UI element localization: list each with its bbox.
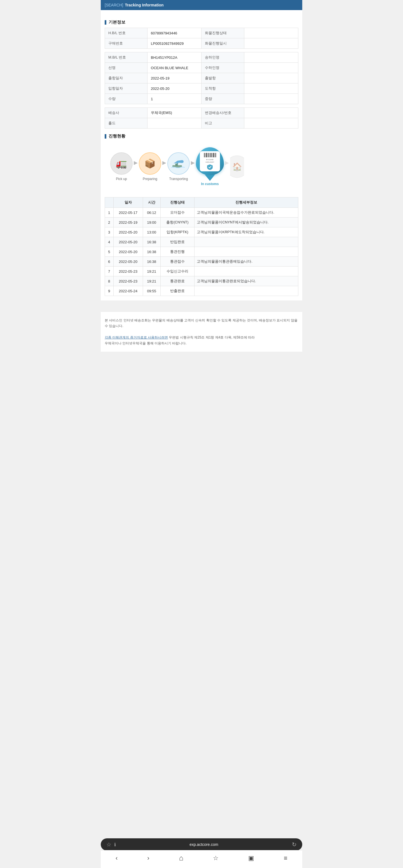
col-detail: 진행세부정보 (195, 197, 298, 208)
col-date: 일자 (113, 197, 143, 208)
search-label: [SEARCH] (105, 3, 123, 7)
progress-tracker: 🚛 Pick up ▶ 📦 Preparing ▶ (105, 142, 298, 194)
table-row: 선명 OCEAN BLUE WHALE 수하인명 (105, 63, 298, 73)
section-basic-info: 기본정보 (105, 20, 298, 25)
row-detail: 고객님의물품이통관중에있습니다. (195, 257, 298, 267)
row-status: 오더접수 (160, 208, 195, 218)
row-detail: 고객님의물품이통관완료되었습니다. (195, 276, 298, 286)
row-no: 6 (105, 257, 113, 267)
row-time: 19:00 (143, 218, 161, 227)
step-incustoms-container: B-CDAB 1001A007 (196, 147, 224, 181)
mbl-value: BH1451YP012A (147, 52, 201, 63)
order-no-value: LP00510927849929 (147, 38, 201, 49)
footer-link[interactable]: 각종 이해관계의 증거자료로 사용하시려면 (105, 335, 168, 339)
hbl-label: H.B/L 번호 (105, 28, 147, 38)
row-detail: 고객님의물품이CNYNT에서발송되었습니다. (195, 218, 298, 227)
row-status: 출항(CNYNT) (160, 218, 195, 227)
row-detail (195, 286, 298, 296)
row-time: 09:55 (143, 286, 161, 296)
row-time: 16:38 (143, 257, 161, 267)
row-no: 5 (105, 247, 113, 257)
row-date: 2022-05-20 (113, 237, 143, 247)
arrival-date-label: 입항일자 (105, 84, 147, 94)
arrow-1: ▶ (134, 160, 138, 166)
row-detail (195, 237, 298, 247)
hold-label: 홀드 (105, 118, 147, 128)
step-pickup-circle: 🚛 (110, 152, 133, 175)
page-title: Tracking Information (125, 3, 163, 7)
qty-label: 수량 (105, 94, 147, 104)
row-time: 19:21 (143, 276, 161, 286)
table-row: 4 2022-05-20 16:38 반입완료 (105, 237, 298, 247)
origin-port-value (244, 73, 298, 84)
shipper-value (244, 52, 298, 63)
table-row: 7 2022-05-23 19:21 수입신고수리 (105, 267, 298, 276)
row-date: 2022-05-19 (113, 218, 143, 227)
step-delivered-circle: 🏠 (230, 155, 244, 178)
row-time: 16:38 (143, 247, 161, 257)
progress-steps-container: 🚛 Pick up ▶ 📦 Preparing ▶ (105, 145, 298, 189)
row-no: 4 (105, 237, 113, 247)
basic-table-3: 배송사 우체국(EMS) 변경배송사/번호 홀드 비고 (105, 107, 298, 128)
row-time: 19:21 (143, 267, 161, 276)
row-status: 통관완료 (160, 276, 195, 286)
row-no: 1 (105, 208, 113, 218)
step-delivered: 🏠 (230, 155, 244, 178)
step-incustoms-inner: B-CDAB 1001A007 (200, 151, 220, 172)
row-detail (195, 247, 298, 257)
footer-line-2-suffix: 우편법 시행규칙 제25조 제1항 제4호 다목, 제59조에 따라 (169, 335, 255, 339)
table-row: H.B/L 번호 6078997943446 화물진행상태 (105, 28, 298, 38)
basic-info-label: 기본정보 (109, 20, 125, 25)
top-bar: [SEARCH] Tracking Information (101, 0, 302, 10)
row-detail: 고객님의물품이국제운송접수가완료되었습니다. (195, 208, 298, 218)
vessel-label: 선명 (105, 63, 147, 73)
tracking-table: 일자 시간 진행상태 진행세부정보 1 2022-05-17 06:12 오더접… (105, 197, 298, 296)
step-incustoms-body: B-CDAB 1001A007 (196, 147, 224, 175)
row-date: 2022-05-20 (113, 247, 143, 257)
carrier-value: 우체국(EMS) (147, 108, 201, 118)
barcode-text-2: 1001A007 (205, 161, 214, 163)
table-row: 구매번호 LP00510927849929 화물진행일시 (105, 38, 298, 49)
table-row: 5 2022-05-20 16:38 통관진행 (105, 247, 298, 257)
row-no: 9 (105, 286, 113, 296)
row-status: 반입완료 (160, 237, 195, 247)
footer-line-2-3: 각종 이해관계의 증거자료로 사용하시려면 우편법 시행규칙 제25조 제1항 … (105, 335, 298, 346)
hbl-value: 6078997943446 (147, 28, 201, 38)
cargo-status-value (244, 28, 298, 38)
row-date: 2022-05-20 (113, 257, 143, 267)
arrow-4: ▶ (225, 160, 229, 166)
order-no-label: 구매번호 (105, 38, 147, 49)
row-date: 2022-05-20 (113, 227, 143, 237)
col-time: 시간 (143, 197, 161, 208)
row-no: 8 (105, 276, 113, 286)
origin-port-label: 출발항 (201, 73, 244, 84)
table-row: 배송사 우체국(EMS) 변경배송사/번호 (105, 108, 298, 118)
vessel-value: OCEAN BLUE WHALE (147, 63, 201, 73)
row-status: 통관진행 (160, 247, 195, 257)
svg-rect-1 (175, 163, 178, 166)
barcode-text-1: B-CDAB (206, 159, 213, 160)
footer-notice: 본 서비스인 인터넷 배송조회는 우편물의 배송상태를 고객이 신속히 확인할 … (101, 312, 302, 352)
step-incustoms-label: In customs (201, 182, 219, 186)
row-detail: 고객님의물품이KRPTK에도착되었습니다. (195, 227, 298, 237)
row-no: 3 (105, 227, 113, 237)
col-status: 진행상태 (160, 197, 195, 208)
shield-icon (206, 164, 213, 170)
arrow-3: ▶ (191, 160, 195, 166)
row-date: 2022-05-17 (113, 208, 143, 218)
note-value (244, 118, 298, 128)
step-preparing-circle: 📦 (139, 152, 161, 175)
table-row: 6 2022-05-20 16:38 통관접수 고객님의물품이통관중에있습니다. (105, 257, 298, 267)
step-pickup: 🚛 Pick up (110, 152, 133, 181)
row-no: 2 (105, 218, 113, 227)
footer-line-3: 우체국이나 인터넷우체국을 통해 이용하시기 바랍니다. (105, 341, 187, 345)
consignee-value (244, 63, 298, 73)
table-row: 3 2022-05-20 13:00 입항(KRPTK) 고객님의물품이KRPT… (105, 227, 298, 237)
table-row: 출항일자 2022-05-19 출발항 (105, 73, 298, 84)
footer-line-1: 본 서비스인 인터넷 배송조회는 우편물의 배송상태를 고객이 신속히 확인할 … (105, 317, 298, 329)
step-incustoms: B-CDAB 1001A007 In customs (196, 147, 224, 186)
step-pickup-label: Pick up (116, 177, 127, 181)
cargo-date-label: 화물진행일시 (201, 38, 244, 49)
qty-value: 1 (147, 94, 201, 104)
col-no (105, 197, 113, 208)
